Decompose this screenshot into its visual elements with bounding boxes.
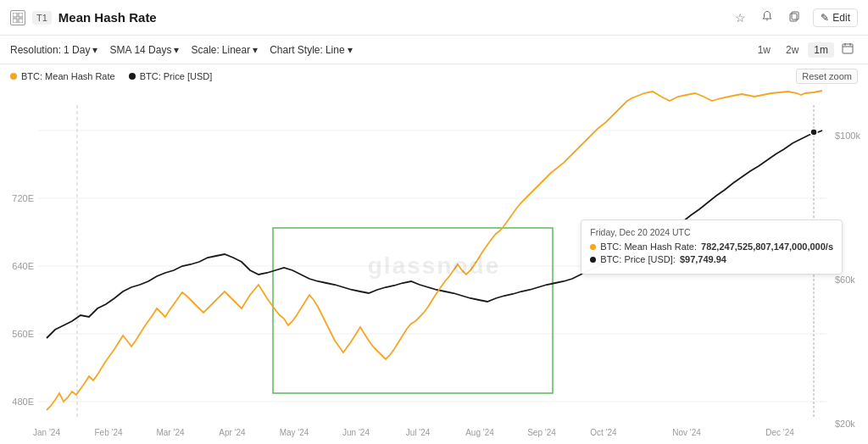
svg-text:560E: 560E: [12, 329, 34, 339]
layout-icon[interactable]: [10, 10, 25, 25]
toolbar-right: 1w 2w 1m: [752, 41, 858, 58]
svg-point-39: [810, 129, 817, 136]
svg-text:Aug '24: Aug '24: [465, 428, 494, 437]
page-title: Mean Hash Rate: [58, 10, 157, 25]
range-2w-button[interactable]: 2w: [780, 42, 804, 58]
range-1w-button[interactable]: 1w: [752, 42, 776, 58]
tooltip: Friday, Dec 20 2024 UTC BTC: Mean Hash R…: [581, 219, 843, 275]
svg-text:Jun '24: Jun '24: [342, 428, 370, 437]
svg-rect-2: [13, 19, 17, 23]
chart-style-value: Line: [326, 44, 345, 56]
svg-text:May '24: May '24: [280, 428, 309, 437]
tooltip-price-row: BTC: Price [USD]: $97,749.94: [590, 254, 833, 264]
chart-style-select[interactable]: Chart Style: Line ▾: [270, 44, 352, 56]
price-label: BTC: Price [USD]: [140, 71, 213, 81]
svg-text:Dec '24: Dec '24: [765, 428, 794, 437]
header-right: ☆ ✎ Edit: [732, 8, 858, 27]
hashrate-dot: [10, 73, 17, 80]
tooltip-hashrate-value: 782,247,525,807,147,000,000/s: [701, 241, 833, 252]
toolbar-left: Resolution: 1 Day ▾ SMA 14 Days ▾ Scale:…: [10, 44, 353, 56]
svg-rect-0: [13, 13, 17, 17]
svg-rect-1: [19, 13, 23, 17]
sma-label: SMA: [109, 44, 131, 56]
edit-icon: ✎: [821, 12, 829, 24]
legend: BTC: Mean Hash Rate BTC: Price [USD] Res…: [0, 64, 868, 88]
svg-text:$20k: $20k: [835, 419, 855, 429]
tooltip-price-dot: [590, 257, 596, 263]
chart-style-label: Chart Style:: [270, 44, 323, 56]
svg-rect-5: [790, 14, 797, 21]
svg-text:Oct '24: Oct '24: [590, 428, 617, 437]
sma-value: 14 Days: [134, 44, 171, 56]
copy-icon[interactable]: [786, 8, 803, 27]
svg-text:Apr '24: Apr '24: [219, 428, 246, 437]
svg-text:Feb '24: Feb '24: [94, 428, 122, 437]
svg-text:Mar '24: Mar '24: [156, 428, 184, 437]
hashrate-label: BTC: Mean Hash Rate: [21, 71, 115, 81]
svg-text:Sep '24: Sep '24: [527, 428, 556, 437]
svg-rect-3: [19, 19, 23, 23]
tooltip-hashrate-label: BTC: Mean Hash Rate:: [600, 241, 697, 252]
scale-value: Linear: [222, 44, 250, 56]
star-icon[interactable]: ☆: [732, 8, 748, 27]
scale-select[interactable]: Scale: Linear ▾: [191, 44, 258, 56]
tooltip-price-label: BTC: Price [USD]:: [600, 254, 676, 264]
resolution-select[interactable]: Resolution: 1 Day ▾: [10, 44, 97, 56]
svg-text:Nov '24: Nov '24: [672, 428, 701, 437]
legend-item-price[interactable]: BTC: Price [USD]: [129, 71, 213, 81]
bell-icon[interactable]: [759, 8, 776, 27]
header: T1 Mean Hash Rate ☆ ✎ Edit: [0, 0, 868, 36]
svg-text:$100k: $100k: [835, 130, 860, 141]
edit-button[interactable]: ✎ Edit: [813, 8, 858, 27]
svg-rect-7: [843, 44, 853, 53]
svg-text:$60k: $60k: [835, 275, 855, 285]
tooltip-date: Friday, Dec 20 2024 UTC: [590, 227, 833, 237]
resolution-value: 1 Day: [64, 44, 90, 56]
legend-left: BTC: Mean Hash Rate BTC: Price [USD]: [10, 71, 212, 81]
sma-select[interactable]: SMA 14 Days ▾: [109, 44, 179, 56]
sma-chevron: ▾: [174, 44, 179, 56]
resolution-chevron: ▾: [92, 44, 97, 56]
scale-chevron: ▾: [253, 44, 258, 56]
edit-label: Edit: [832, 12, 850, 24]
tooltip-hashrate-row: BTC: Mean Hash Rate: 782,247,525,807,147…: [590, 241, 833, 252]
legend-item-hashrate[interactable]: BTC: Mean Hash Rate: [10, 71, 115, 81]
header-left: T1 Mean Hash Rate: [10, 10, 157, 25]
svg-text:480E: 480E: [12, 397, 34, 407]
resolution-label: Resolution:: [10, 44, 61, 56]
t1-badge: T1: [32, 11, 52, 25]
svg-text:Jan '24: Jan '24: [33, 428, 60, 437]
scale-label: Scale:: [191, 44, 219, 56]
chart-area: 720E 640E 560E 480E $100k $60k $20k Jan …: [0, 88, 868, 444]
toolbar: Resolution: 1 Day ▾ SMA 14 Days ▾ Scale:…: [0, 36, 868, 64]
svg-text:720E: 720E: [12, 193, 34, 203]
svg-rect-6: [792, 12, 798, 19]
svg-text:Jul '24: Jul '24: [406, 428, 431, 437]
range-1m-button[interactable]: 1m: [808, 42, 834, 58]
svg-text:640E: 640E: [12, 261, 34, 271]
tooltip-price-value: $97,749.94: [680, 254, 726, 264]
calendar-icon[interactable]: [837, 41, 858, 58]
tooltip-hashrate-dot: [590, 244, 596, 250]
price-dot: [129, 73, 136, 80]
chart-style-chevron: ▾: [348, 44, 353, 56]
reset-zoom-button[interactable]: Reset zoom: [796, 69, 858, 84]
